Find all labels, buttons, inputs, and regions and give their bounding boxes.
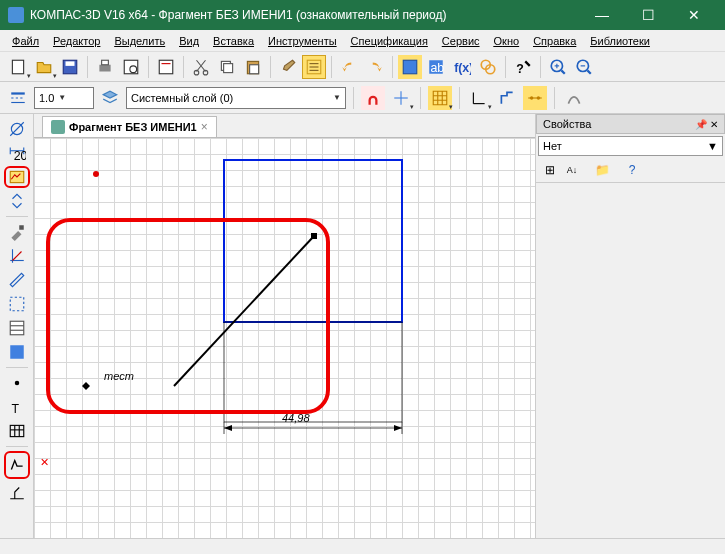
doc-tab-1[interactable]: Фрагмент БЕЗ ИМЕНИ1 × (42, 116, 217, 137)
panel-folder-icon[interactable]: 📁 (592, 160, 612, 180)
new-button[interactable]: ▾ (6, 55, 30, 79)
doc-tab-close[interactable]: × (201, 120, 208, 134)
svg-rect-19 (403, 60, 417, 74)
panel-pin-icon[interactable]: 📌 ✕ (695, 119, 718, 130)
tool-params[interactable] (4, 245, 30, 267)
cut-button[interactable] (189, 55, 213, 79)
panel-cat-icon[interactable]: ⊞ (540, 160, 560, 180)
brush-button[interactable] (276, 55, 300, 79)
zoomout-button[interactable] (572, 55, 596, 79)
minimize-button[interactable]: — (579, 0, 625, 30)
redo-button[interactable] (363, 55, 387, 79)
svg-rect-50 (19, 225, 24, 230)
tool-spec[interactable] (4, 317, 30, 339)
layers-button[interactable] (98, 86, 122, 110)
snap-settings-button[interactable]: ▾ (389, 86, 413, 110)
tool-hammer[interactable] (4, 221, 30, 243)
doc-icon (51, 120, 65, 134)
menu-service[interactable]: Сервис (436, 33, 486, 49)
tool-point[interactable] (4, 372, 30, 394)
panel-help-icon[interactable]: ? (622, 160, 642, 180)
maximize-button[interactable]: ☐ (625, 0, 671, 30)
svg-rect-12 (224, 63, 233, 72)
tool-roughness[interactable] (4, 451, 30, 479)
menu-window[interactable]: Окно (488, 33, 526, 49)
tool-annotations[interactable] (4, 166, 30, 188)
linewidth-combo[interactable]: 1.0 ▼ (34, 87, 94, 109)
fx-button[interactable]: f(x) (450, 55, 474, 79)
svg-text:?: ? (516, 61, 524, 75)
window-title: КОМПАС-3D V16 x64 - Фрагмент БЕЗ ИМЕНИ1 … (30, 8, 579, 22)
app-icon (8, 7, 24, 23)
tool-dimensions[interactable]: 20 (4, 142, 30, 164)
menu-tools[interactable]: Инструменты (262, 33, 343, 49)
dimension-value: 44,98 (282, 412, 310, 424)
tool-geometry[interactable] (4, 118, 30, 140)
copy-button[interactable] (215, 55, 239, 79)
snap-button[interactable] (361, 86, 385, 110)
print-button[interactable] (93, 55, 117, 79)
paste-button[interactable] (241, 55, 265, 79)
panel-combo-value: Нет (543, 140, 562, 152)
linetype-button[interactable] (6, 86, 30, 110)
tool-report[interactable] (4, 341, 30, 363)
open-button[interactable]: ▾ (32, 55, 56, 79)
coord-button[interactable]: ▾ (467, 86, 491, 110)
svg-text:f(x): f(x) (454, 60, 471, 74)
layer-value: Системный слой (0) (131, 92, 233, 104)
grid-button[interactable]: ▾ (428, 86, 452, 110)
menu-insert[interactable]: Вставка (207, 33, 260, 49)
notes-button[interactable] (302, 55, 326, 79)
tool-measure[interactable] (4, 269, 30, 291)
svg-rect-66 (224, 322, 402, 422)
properties-button[interactable] (154, 55, 178, 79)
close-button[interactable]: ✕ (671, 0, 717, 30)
menu-spec[interactable]: Спецификация (345, 33, 434, 49)
menu-libs[interactable]: Библиотеки (584, 33, 656, 49)
secondary-toolbar: 1.0 ▼ Системный слой (0) ▼ ▾ ▾ ▾ (0, 82, 725, 114)
menu-help[interactable]: Справка (527, 33, 582, 49)
doc-tab-label: Фрагмент БЕЗ ИМЕНИ1 (69, 121, 197, 133)
left-toolbar: 20 T (0, 114, 34, 538)
menu-bar: Файл Редактор Выделить Вид Вставка Инстр… (0, 30, 725, 52)
help-button[interactable]: ? (511, 55, 535, 79)
save-button[interactable] (58, 55, 82, 79)
menu-view[interactable]: Вид (173, 33, 205, 49)
drawing-canvas[interactable]: тест 44,98 ✕ (34, 138, 535, 538)
preview-button[interactable] (119, 55, 143, 79)
svg-rect-65 (224, 160, 402, 322)
svg-line-31 (587, 70, 590, 73)
round-button[interactable] (523, 86, 547, 110)
linewidth-value: 1.0 (39, 92, 54, 104)
tool-edit[interactable] (4, 190, 30, 212)
panel-az-icon[interactable]: A↓ (562, 160, 582, 180)
undo-button[interactable] (337, 55, 361, 79)
document-tabs: Фрагмент БЕЗ ИМЕНИ1 × (34, 114, 535, 138)
tool-base[interactable] (4, 481, 30, 503)
vars-button[interactable]: ab (424, 55, 448, 79)
panel-object-combo[interactable]: Нет ▼ (538, 136, 723, 156)
zoomin-button[interactable] (546, 55, 570, 79)
svg-rect-2 (66, 61, 75, 66)
tool-select[interactable] (4, 293, 30, 315)
svg-rect-7 (159, 60, 173, 74)
calc-button[interactable] (476, 55, 500, 79)
tool-table[interactable] (4, 420, 30, 442)
ortho-button[interactable] (495, 86, 519, 110)
command-bar[interactable] (0, 538, 725, 554)
svg-rect-58 (10, 345, 24, 359)
svg-rect-54 (10, 297, 24, 311)
style-button[interactable] (562, 86, 586, 110)
menu-edit[interactable]: Редактор (47, 33, 106, 49)
menu-select[interactable]: Выделить (108, 33, 171, 49)
drawing-content: тест 44,98 ✕ (34, 138, 534, 538)
tool-text[interactable]: T (4, 396, 30, 418)
menu-file[interactable]: Файл (6, 33, 45, 49)
svg-rect-4 (102, 60, 109, 65)
canvas-area: Фрагмент БЕЗ ИМЕНИ1 × тест (34, 114, 535, 538)
panel-toolbar: ⊞ A↓ 📁 ? (536, 158, 725, 183)
svg-point-42 (537, 96, 540, 99)
layer-combo[interactable]: Системный слой (0) ▼ (126, 87, 346, 109)
svg-text:✕: ✕ (40, 456, 49, 468)
libmgr-button[interactable] (398, 55, 422, 79)
